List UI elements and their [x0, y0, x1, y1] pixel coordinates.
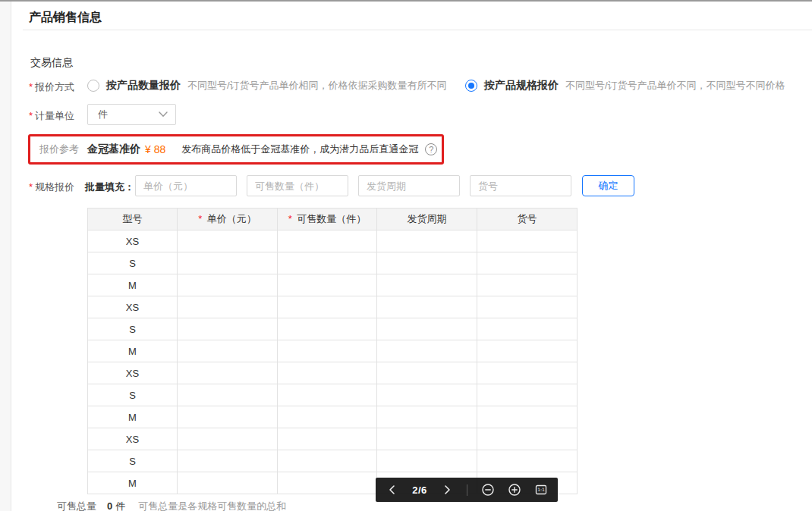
cell-lead-time[interactable] [377, 362, 477, 384]
question-circle-icon[interactable]: ? [425, 143, 437, 155]
batch-quantity-input[interactable] [247, 175, 348, 196]
cell-item-no[interactable] [477, 340, 578, 362]
column-header: 货号 [477, 208, 578, 230]
cell-quantity[interactable] [278, 384, 377, 406]
batch-item-no-input[interactable] [470, 175, 571, 196]
cell-lead-time[interactable] [377, 406, 477, 428]
cell-quantity[interactable] [278, 318, 377, 340]
cell-quantity[interactable] [278, 428, 377, 450]
cell-unit-price[interactable] [178, 450, 278, 472]
cell-unit-price[interactable] [178, 362, 278, 384]
confirm-button[interactable]: 确定 [582, 175, 634, 196]
cell-item-no[interactable] [477, 428, 578, 450]
cell-lead-time[interactable] [377, 296, 477, 318]
left-gutter [0, 2, 11, 511]
total-unit: 件 [115, 500, 125, 511]
benchmark-name: 金冠基准价 [87, 143, 140, 156]
cell-quantity[interactable] [278, 362, 377, 384]
cell-lead-time[interactable] [377, 340, 477, 362]
zoom-in-button[interactable] [508, 483, 521, 497]
cell-lead-time[interactable] [377, 274, 477, 296]
radio-option-label[interactable]: 按产品规格报价 [484, 79, 559, 92]
field-label-quote-method: *报价方式 [29, 80, 74, 94]
cell-quantity[interactable] [278, 252, 377, 274]
radio-option-label[interactable]: 按产品数量报价 [106, 79, 181, 92]
cell-lead-time[interactable] [377, 252, 477, 274]
cell-lead-time[interactable] [377, 318, 477, 340]
field-label-spec-quote: *规格报价 [29, 180, 74, 194]
radio-icon[interactable] [465, 80, 477, 92]
radio-option-spec-quote[interactable]: 按产品规格报价 不同型号/订货号产品单价不同，不同型号不同价格 [465, 79, 785, 92]
required-asterisk: * [29, 110, 33, 121]
spec-row: S [88, 384, 578, 406]
cell-item-no[interactable] [477, 406, 578, 428]
batch-lead-time-input[interactable] [358, 175, 460, 196]
cell-item-no[interactable] [477, 252, 578, 274]
zoom-in-icon [508, 483, 521, 497]
cell-lead-time[interactable] [377, 428, 477, 450]
cell-quantity[interactable] [278, 296, 377, 318]
cell-item-no[interactable] [477, 274, 578, 296]
spec-row: XS [88, 296, 578, 318]
zoom-out-icon [481, 483, 495, 497]
spec-row: M [88, 274, 578, 296]
cell-unit-price[interactable] [178, 274, 278, 296]
next-page-button[interactable] [440, 483, 454, 497]
cell-unit-price[interactable] [178, 472, 278, 494]
radio-option-quantity-quote[interactable]: 按产品数量报价 不同型号/订货号产品单价相同，价格依据采购数量有所不同 [87, 79, 447, 92]
spec-row: M [88, 406, 578, 428]
unit-label: 计量单位 [35, 110, 74, 121]
unit-select[interactable]: 件 [87, 104, 176, 125]
chevron-right-icon [441, 484, 453, 496]
cell-item-no[interactable] [477, 318, 578, 340]
title-divider [23, 30, 812, 30]
model-cell: S [88, 450, 178, 472]
cell-quantity[interactable] [278, 274, 377, 296]
quote-method-label: 报价方式 [35, 81, 74, 92]
cell-item-no[interactable] [477, 296, 578, 318]
spec-row: XS [88, 428, 578, 450]
spec-quote-label: 规格报价 [35, 181, 74, 193]
spec-row: XS [88, 230, 578, 252]
cell-item-no[interactable] [477, 450, 578, 472]
model-cell: S [88, 252, 178, 274]
page-indicator: 2/6 [412, 484, 427, 496]
cell-item-no[interactable] [477, 230, 578, 252]
column-header: * 可售数量（件） [278, 208, 377, 230]
cell-lead-time[interactable] [377, 450, 477, 472]
field-label-unit: *计量单位 [29, 109, 74, 123]
cell-unit-price[interactable] [178, 230, 278, 252]
cell-quantity[interactable] [278, 450, 377, 472]
cell-unit-price[interactable] [178, 340, 278, 362]
cell-item-no[interactable] [477, 362, 578, 384]
spec-table-header-row: 型号* 单价（元）* 可售数量（件）发货周期货号 [88, 208, 578, 230]
batch-unit-price-input[interactable] [135, 175, 237, 196]
cell-unit-price[interactable] [178, 428, 278, 450]
cell-quantity[interactable] [278, 472, 377, 494]
cell-unit-price[interactable] [178, 252, 278, 274]
cell-item-no[interactable] [477, 384, 578, 406]
cell-quantity[interactable] [278, 406, 377, 428]
total-value: 0 [107, 500, 112, 511]
total-hint: 可售总量是各规格可售数量的总和 [138, 500, 286, 511]
zoom-out-button[interactable] [481, 483, 495, 497]
svg-text:1:1: 1:1 [537, 487, 545, 492]
cell-quantity[interactable] [278, 230, 377, 252]
cell-unit-price[interactable] [178, 296, 278, 318]
unit-select-value: 件 [98, 108, 108, 121]
cell-unit-price[interactable] [178, 384, 278, 406]
prev-page-button[interactable] [386, 483, 399, 497]
annotation-highlight-box: 报价参考 金冠基准价 ¥ 88 发布商品价格低于金冠基准价，成为潜力品后直通金冠… [28, 134, 444, 165]
radio-icon[interactable] [87, 80, 99, 92]
actual-size-button[interactable]: 1:1 [534, 483, 548, 497]
spec-row: S [88, 252, 578, 274]
cell-lead-time[interactable] [377, 230, 477, 252]
cell-unit-price[interactable] [178, 318, 278, 340]
cell-lead-time[interactable] [377, 384, 477, 406]
cell-unit-price[interactable] [178, 406, 278, 428]
toolbar-divider [467, 484, 467, 496]
model-cell: XS [88, 428, 178, 450]
total-label: 可售总量 [57, 500, 96, 511]
cell-quantity[interactable] [278, 340, 377, 362]
price-reference-label: 报价参考 [39, 143, 79, 156]
